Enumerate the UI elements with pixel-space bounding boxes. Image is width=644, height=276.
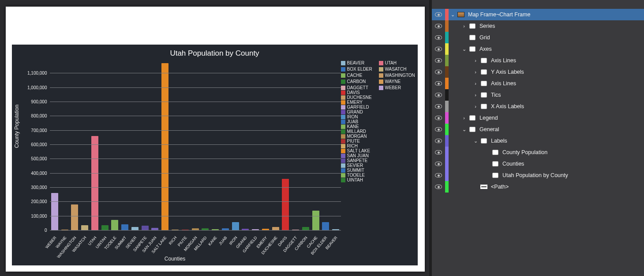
tree-row[interactable]: Counties [432, 158, 644, 170]
chevron-right-icon[interactable]: › [460, 23, 468, 29]
tree-row[interactable]: ›Tics [432, 89, 644, 101]
grid-line [50, 173, 341, 174]
layer-color-swatch [445, 112, 449, 124]
bar[interactable] [302, 227, 309, 230]
bar[interactable] [81, 225, 88, 230]
chevron-right-icon[interactable]: › [472, 81, 479, 86]
y-tick-label: 700,000 [23, 128, 47, 132]
legend-item: BOX ELDER [341, 67, 375, 72]
layer-color-swatch [445, 55, 449, 66]
chevron-right-icon[interactable]: › [460, 115, 468, 121]
tree-row[interactable]: ›Series [432, 20, 644, 32]
bar[interactable] [51, 193, 58, 230]
visibility-toggle[interactable] [432, 24, 445, 28]
chevron-down-icon[interactable]: ⌄ [460, 46, 468, 52]
tree-row[interactable]: ⌄Labels [432, 135, 644, 147]
chevron-right-icon[interactable]: › [472, 104, 479, 109]
layer-color-swatch [445, 124, 449, 135]
grid-line [50, 144, 341, 145]
visibility-toggle[interactable] [432, 162, 445, 166]
legend-swatch-icon [341, 144, 345, 148]
legend-label: DAVIS [347, 90, 360, 95]
chevron-right-icon[interactable]: › [472, 69, 479, 75]
tree-row[interactable]: ⌄Axes [432, 43, 644, 55]
tree-label: <Path> [488, 184, 509, 190]
legend-label: SAN JUAN [347, 153, 369, 158]
tree-row[interactable]: <Path> [432, 181, 644, 193]
tree-row[interactable]: ›Legend [432, 112, 644, 124]
tree-row[interactable]: ⌄General [432, 124, 644, 135]
legend-label: CARBON [347, 79, 366, 84]
tree-row[interactable]: ⌄Map Frame¬Chart Frame [432, 9, 644, 20]
tree-row[interactable]: ›Y Axis Labels [432, 66, 644, 78]
bar[interactable] [111, 220, 118, 230]
bar[interactable] [71, 204, 78, 230]
legend-item: TOOELE [341, 173, 415, 178]
chevron-down-icon[interactable]: ⌄ [472, 138, 479, 144]
layer-color-swatch [445, 181, 449, 193]
bar[interactable] [282, 179, 289, 230]
tree-row[interactable]: ›Axis Lines [432, 78, 644, 89]
chevron-right-icon[interactable]: › [472, 92, 479, 98]
legend-label: BEAVER [347, 60, 365, 65]
eye-icon [435, 12, 442, 17]
visibility-toggle[interactable] [432, 127, 445, 132]
legend-item: UTAH [379, 60, 413, 65]
y-tick-label: 600,000 [23, 142, 47, 147]
legend-item: BEAVER [341, 60, 375, 65]
visibility-toggle[interactable] [432, 12, 445, 17]
visibility-toggle[interactable] [432, 81, 445, 86]
document-area[interactable]: Utah Population by County County Populat… [0, 0, 430, 276]
tree-label: Map Frame¬Chart Frame [465, 11, 530, 18]
contents-panel[interactable]: ⌄Map Frame¬Chart Frame›SeriesGrid⌄Axes›A… [430, 0, 644, 276]
eye-icon [435, 93, 442, 97]
legend-label: WASHINGTON [385, 73, 415, 78]
y-tick-label: 1,000,000 [23, 85, 47, 90]
chevron-down-icon[interactable]: ⌄ [449, 12, 457, 18]
visibility-toggle[interactable] [432, 150, 445, 155]
legend-item: UINTAH [341, 178, 415, 182]
chart-frame[interactable]: Utah Population by County County Populat… [12, 45, 418, 265]
chevron-down-icon[interactable]: ⌄ [460, 127, 468, 132]
bar[interactable] [161, 63, 168, 230]
visibility-toggle[interactable] [432, 70, 445, 74]
visibility-toggle[interactable] [432, 116, 445, 120]
legend-label: WASATCH [385, 67, 407, 72]
bar[interactable] [312, 211, 319, 230]
legend-label: DUCHESNE [347, 95, 372, 100]
bar[interactable] [232, 222, 239, 230]
visibility-toggle[interactable] [432, 35, 445, 40]
x-tick-label: KANE [207, 235, 217, 246]
legend-item: KANE [341, 124, 415, 129]
bar[interactable] [101, 225, 109, 230]
bar[interactable] [272, 227, 279, 230]
visibility-toggle[interactable] [432, 139, 445, 143]
tree-row[interactable]: Grid [432, 32, 644, 43]
legend-item: SANPETE [341, 158, 415, 163]
tree-row[interactable]: Utah Population by County [432, 170, 644, 181]
bar[interactable] [322, 222, 329, 230]
bar[interactable] [121, 224, 128, 230]
legend-label: WAYNE [385, 79, 401, 84]
tree-row[interactable]: ›X Axis Labels [432, 101, 644, 112]
legend-swatch-icon [341, 163, 345, 168]
tree-row[interactable]: ›Axis Lines [432, 55, 644, 66]
bar[interactable] [131, 227, 139, 230]
visibility-toggle[interactable] [432, 93, 445, 97]
visibility-toggle[interactable] [432, 104, 445, 109]
visibility-toggle[interactable] [432, 173, 445, 178]
legend-swatch-icon [341, 139, 345, 144]
layer-color-swatch [445, 66, 449, 78]
tree-row[interactable]: County Population [432, 147, 644, 158]
visibility-toggle[interactable] [432, 47, 445, 51]
grid-line [50, 130, 341, 131]
visibility-toggle[interactable] [432, 58, 445, 63]
visibility-toggle[interactable] [432, 185, 445, 189]
chevron-right-icon[interactable]: › [472, 58, 479, 63]
legend-swatch-icon [379, 86, 383, 90]
legend: BEAVERUTAHBOX ELDERWASATCHCACHEWASHINGTO… [341, 60, 415, 182]
bar[interactable] [142, 226, 149, 230]
tree-label: Axes [477, 46, 492, 52]
legend-item: RICH [341, 144, 415, 148]
legend-swatch-icon [341, 86, 345, 90]
